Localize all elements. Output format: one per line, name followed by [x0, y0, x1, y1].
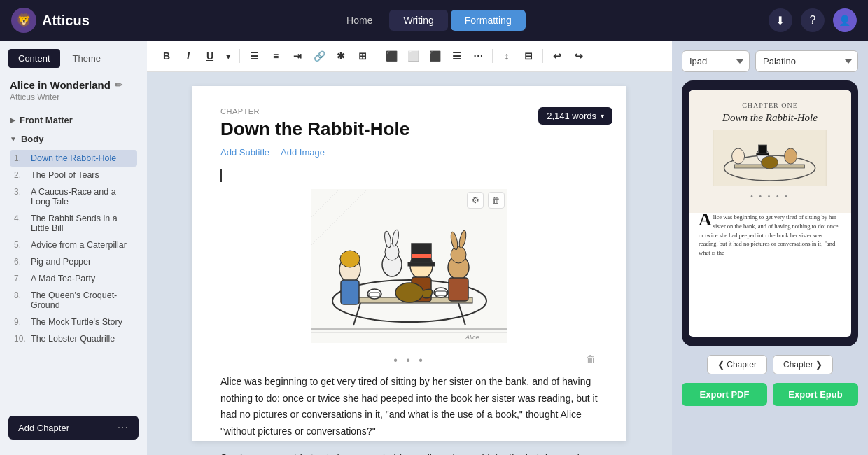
- chapter-item-3[interactable]: 3.A Caucus-Race and a Long Tale: [10, 183, 137, 210]
- chapter-number: 9.: [14, 317, 27, 327]
- line-height-button[interactable]: ↕: [497, 46, 517, 66]
- edit-book-title-icon[interactable]: ✏: [115, 80, 122, 90]
- chapter-name: The Lobster Quadrille: [31, 334, 115, 344]
- align-center-button[interactable]: ⬜: [403, 46, 423, 66]
- toolbar-sep-1: [239, 49, 240, 63]
- italic-button[interactable]: I: [178, 46, 198, 66]
- undo-button[interactable]: ↩: [547, 46, 567, 66]
- list-ordered-button[interactable]: ≡: [266, 46, 286, 66]
- next-chapter-button[interactable]: Chapter ❯: [773, 355, 833, 374]
- export-epub-button[interactable]: Export Epub: [773, 383, 858, 406]
- prev-chapter-button[interactable]: ❮ Chapter: [707, 355, 767, 374]
- front-matter-label: Front Matter: [20, 115, 73, 125]
- chapter-number: 5.: [14, 240, 27, 250]
- device-screen: Chapter One Down the Rabbit-Hole: [689, 90, 851, 337]
- svg-rect-14: [408, 262, 435, 266]
- chapter-item-9[interactable]: 9.The Mock Turtle's Story: [10, 314, 137, 330]
- table-button[interactable]: ⊞: [353, 46, 372, 66]
- svg-rect-26: [435, 291, 447, 295]
- body-label: Body: [21, 134, 44, 144]
- chapter-image-container: Alice ⚙ 🗑: [220, 189, 598, 343]
- more-align-button[interactable]: ⋯: [468, 46, 488, 66]
- alice-illustration: Alice: [312, 189, 507, 343]
- sidebar-tabs: Content Theme: [0, 49, 147, 68]
- body-header[interactable]: ▼ Body: [10, 131, 137, 147]
- underline-button[interactable]: U: [200, 46, 220, 66]
- front-matter-header[interactable]: ▶ Front Matter: [10, 112, 137, 128]
- chapter-item-6[interactable]: 6.Pig and Pepper: [10, 253, 137, 270]
- preview-illustration: [713, 130, 827, 186]
- nav-tab-writing[interactable]: Writing: [389, 10, 447, 31]
- svg-point-18: [451, 246, 466, 263]
- download-button[interactable]: ⬇: [769, 8, 792, 32]
- device-mockup: Chapter One Down the Rabbit-Hole: [682, 80, 858, 346]
- divider-delete-icon[interactable]: 🗑: [586, 354, 598, 365]
- drop-cap: A: [699, 213, 712, 227]
- word-count-value: 2,141 words: [547, 111, 596, 121]
- paragraph-1[interactable]: Alice was beginning to get very tired of…: [220, 374, 598, 440]
- nav-tab-formatting[interactable]: Formatting: [451, 10, 526, 31]
- chapter-item-4[interactable]: 4.The Rabbit Sends in a Little Bill: [10, 210, 137, 237]
- align-left-button[interactable]: ⬛: [382, 46, 401, 66]
- front-matter-section: ▶ Front Matter: [0, 112, 147, 128]
- chapter-name: The Mock Turtle's Story: [31, 317, 122, 327]
- nav-tabs: Home Writing Formatting: [332, 10, 526, 31]
- redo-button[interactable]: ↪: [569, 46, 589, 66]
- chapter-item-10[interactable]: 10.The Lobster Quadrille: [10, 330, 137, 347]
- body-arrow: ▼: [10, 135, 17, 143]
- link-button[interactable]: 🔗: [309, 46, 329, 66]
- indent-button[interactable]: ⇥: [288, 46, 307, 66]
- preview-panel: IpadPhoneDesktopKindle PalatinoGeorgiaTi…: [672, 41, 868, 455]
- align-right-button[interactable]: ⬛: [425, 46, 444, 66]
- nav-tab-home[interactable]: Home: [332, 10, 386, 31]
- image-actions: ⚙ 🗑: [467, 192, 505, 209]
- add-chapter-button[interactable]: Add Chapter ···: [8, 416, 139, 440]
- document-page: 2,141 words ▾ Chapter Down the Rabbit-Ho…: [192, 86, 626, 441]
- sidebar-tab-theme[interactable]: Theme: [63, 49, 111, 68]
- chapter-name: The Pool of Tears: [31, 170, 99, 180]
- columns-button[interactable]: ⊟: [519, 46, 538, 66]
- toolbar-sep-3: [492, 49, 493, 63]
- add-subtitle-link[interactable]: Add Subtitle: [220, 147, 270, 158]
- font-selector[interactable]: PalatinoGeorgiaTimes New RomanArial: [755, 50, 858, 72]
- chapter-number: 6.: [14, 257, 27, 267]
- chapter-item-2[interactable]: 2.The Pool of Tears: [10, 167, 137, 183]
- export-buttons: Export PDF Export Epub: [682, 383, 858, 406]
- toolbar-sep-2: [377, 49, 377, 63]
- chapter-name: Pig and Pepper: [31, 257, 91, 267]
- bold-button[interactable]: B: [157, 46, 176, 66]
- user-avatar[interactable]: 👤: [833, 8, 857, 32]
- svg-rect-15: [412, 254, 431, 258]
- add-chapter-dots[interactable]: ···: [118, 421, 129, 434]
- next-chapter-label: Chapter ❯: [783, 360, 822, 370]
- chapter-number: 4.: [14, 214, 27, 223]
- chapter-list: 1.Down the Rabbit-Hole2.The Pool of Tear…: [10, 147, 137, 350]
- export-pdf-button[interactable]: Export PDF: [682, 383, 767, 406]
- list-unordered-button[interactable]: ☰: [244, 46, 264, 66]
- chapter-item-1[interactable]: 1.Down the Rabbit-Hole: [10, 150, 137, 167]
- word-count-chevron: ▾: [601, 112, 604, 120]
- editor-content: 2,141 words ▾ Chapter Down the Rabbit-Ho…: [147, 72, 672, 455]
- sidebar-tab-content[interactable]: Content: [8, 49, 60, 68]
- word-count-badge[interactable]: 2,141 words ▾: [538, 107, 612, 125]
- device-selector[interactable]: IpadPhoneDesktopKindle: [682, 50, 750, 72]
- add-image-link[interactable]: Add Image: [281, 147, 325, 158]
- preview-image: [713, 130, 827, 186]
- app-name: Atticus: [42, 13, 90, 29]
- chapter-name: Down the Rabbit-Hole: [31, 153, 116, 163]
- chapter-item-8[interactable]: 8.The Queen's Croquet-Ground: [10, 287, 137, 314]
- paragraph-2[interactable]: So she was considering in her own mind (…: [220, 450, 598, 455]
- chapter-item-7[interactable]: 7.A Mad Tea-Party: [10, 270, 137, 287]
- svg-point-22: [396, 283, 424, 302]
- image-delete-button[interactable]: 🗑: [488, 192, 505, 209]
- chapter-item-5[interactable]: 5.Advice from a Caterpillar: [10, 237, 137, 253]
- sidebar-footer: Add Chapter ···: [0, 409, 147, 447]
- format-dropdown[interactable]: ▾: [222, 48, 235, 64]
- align-justify-button[interactable]: ☰: [447, 46, 466, 66]
- help-button[interactable]: ?: [801, 8, 825, 32]
- preview-selects: IpadPhoneDesktopKindle PalatinoGeorgiaTi…: [682, 50, 858, 72]
- svg-point-7: [340, 251, 360, 267]
- avatar-icon: 👤: [839, 15, 850, 26]
- image-settings-button[interactable]: ⚙: [467, 192, 484, 209]
- star-button[interactable]: ✱: [331, 46, 351, 66]
